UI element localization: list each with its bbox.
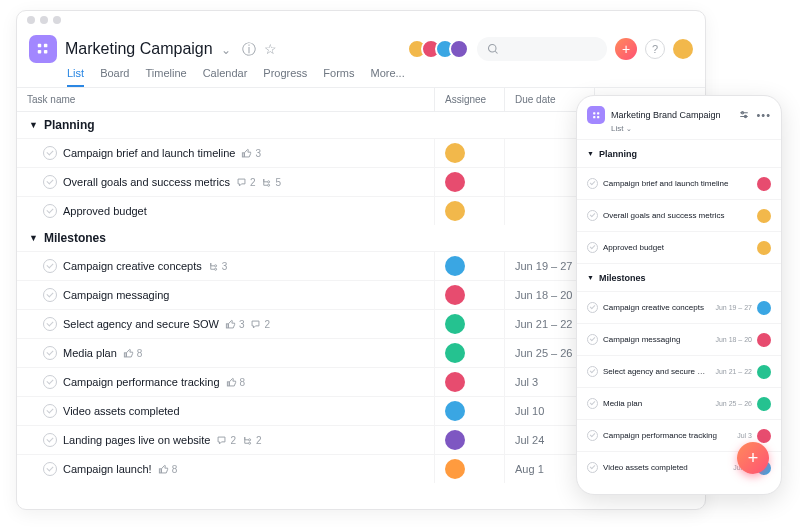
subtasks-count[interactable]: 2 [242,435,262,446]
search-input[interactable] [477,37,607,61]
tab-list[interactable]: List [67,67,84,87]
assignee-avatar[interactable] [757,209,771,223]
window-maximize-icon[interactable] [53,16,61,24]
mobile-add-button[interactable]: + [737,442,769,474]
complete-checkbox[interactable] [43,462,57,476]
assignee-avatar[interactable] [445,285,465,305]
complete-checkbox[interactable] [43,375,57,389]
add-button[interactable]: + [615,38,637,60]
svg-rect-6 [243,152,245,156]
comments-count[interactable]: 2 [216,435,236,446]
comments-count[interactable]: 2 [250,319,270,330]
complete-checkbox[interactable] [43,317,57,331]
complete-checkbox[interactable] [587,242,598,253]
window-minimize-icon[interactable] [40,16,48,24]
complete-checkbox[interactable] [43,146,57,160]
task-name: Approved budget [63,205,147,217]
tab-board[interactable]: Board [100,67,129,87]
mobile-task-row[interactable]: Select agency and secure SOWJun 21 – 22 [577,355,781,387]
likes-count[interactable]: 3 [225,319,245,330]
col-assignee[interactable]: Assignee [435,88,505,111]
complete-checkbox[interactable] [43,346,57,360]
likes-count[interactable]: 8 [158,464,178,475]
likes-count[interactable]: 8 [123,348,143,359]
project-header: Marketing Campaign ⌄ ⓘ ☆ + ? [17,29,705,63]
assignee-avatar[interactable] [757,241,771,255]
complete-checkbox[interactable] [43,175,57,189]
project-dropdown-icon[interactable]: ⌄ [221,43,231,57]
complete-checkbox[interactable] [587,398,598,409]
task-name: Overall goals and success metrics [63,176,230,188]
task-name: Campaign brief and launch timeline [603,179,747,188]
subtasks-count[interactable]: 5 [261,177,281,188]
svg-point-8 [268,184,270,186]
mobile-task-row[interactable]: Overall goals and success metrics [577,199,781,231]
complete-checkbox[interactable] [587,302,598,313]
filter-icon[interactable] [738,109,750,121]
complete-checkbox[interactable] [43,433,57,447]
tab-more[interactable]: More... [371,67,405,87]
more-icon[interactable]: ••• [756,109,771,121]
assignee-avatar[interactable] [757,397,771,411]
assignee-avatar[interactable] [445,201,465,221]
mobile-task-row[interactable]: Media planJun 25 – 26 [577,387,781,419]
mobile-task-row[interactable]: Approved budget [577,231,781,263]
mobile-project-title[interactable]: Marketing Brand Campaign [611,110,732,120]
tab-timeline[interactable]: Timeline [145,67,186,87]
complete-checkbox[interactable] [587,366,598,377]
comments-count[interactable]: 2 [236,177,256,188]
tab-calendar[interactable]: Calendar [203,67,248,87]
project-members[interactable] [413,39,469,59]
complete-checkbox[interactable] [43,288,57,302]
star-icon[interactable]: ☆ [264,41,277,57]
assignee-avatar[interactable] [445,343,465,363]
assignee-avatar[interactable] [445,459,465,479]
assignee-avatar[interactable] [757,429,771,443]
subtasks-count[interactable]: 3 [208,261,228,272]
assignee-avatar[interactable] [757,333,771,347]
section-name: Planning [599,149,637,159]
window-close-icon[interactable] [27,16,35,24]
assignee-avatar[interactable] [757,365,771,379]
assignee-avatar[interactable] [445,401,465,421]
collapse-icon: ▼ [29,120,38,130]
tab-progress[interactable]: Progress [263,67,307,87]
complete-checkbox[interactable] [43,404,57,418]
collapse-icon: ▼ [587,150,594,157]
col-task-name[interactable]: Task name [17,88,435,111]
due-date: Jun 19 – 27 [715,304,752,311]
mobile-task-row[interactable]: Campaign messagingJun 18 – 20 [577,323,781,355]
info-icon[interactable]: ⓘ [242,41,256,57]
help-button[interactable]: ? [645,39,665,59]
assignee-avatar[interactable] [445,256,465,276]
complete-checkbox[interactable] [43,259,57,273]
mobile-task-row[interactable]: Campaign creative conceptsJun 19 – 27 [577,291,781,323]
likes-count[interactable]: 8 [226,377,246,388]
complete-checkbox[interactable] [43,204,57,218]
likes-count[interactable]: 3 [241,148,261,159]
assignee-avatar[interactable] [445,172,465,192]
complete-checkbox[interactable] [587,430,598,441]
complete-checkbox[interactable] [587,210,598,221]
complete-checkbox[interactable] [587,178,598,189]
mobile-task-list: ▼PlanningCampaign brief and launch timel… [577,139,781,483]
profile-avatar[interactable] [673,39,693,59]
member-avatar[interactable] [449,39,469,59]
task-name: Media plan [603,399,710,408]
svg-rect-3 [44,50,48,54]
complete-checkbox[interactable] [587,462,598,473]
assignee-avatar[interactable] [757,301,771,315]
assignee-avatar[interactable] [445,430,465,450]
complete-checkbox[interactable] [587,334,598,345]
mobile-section-header[interactable]: ▼Milestones [577,263,781,291]
tab-forms[interactable]: Forms [323,67,354,87]
mobile-view-selector[interactable]: List ⌄ [577,124,781,133]
assignee-avatar[interactable] [445,143,465,163]
mobile-section-header[interactable]: ▼Planning [577,139,781,167]
mobile-task-row[interactable]: Campaign brief and launch timeline [577,167,781,199]
assignee-avatar[interactable] [445,314,465,334]
collapse-icon: ▼ [587,274,594,281]
assignee-avatar[interactable] [757,177,771,191]
project-title[interactable]: Marketing Campaign [65,40,213,57]
assignee-avatar[interactable] [445,372,465,392]
